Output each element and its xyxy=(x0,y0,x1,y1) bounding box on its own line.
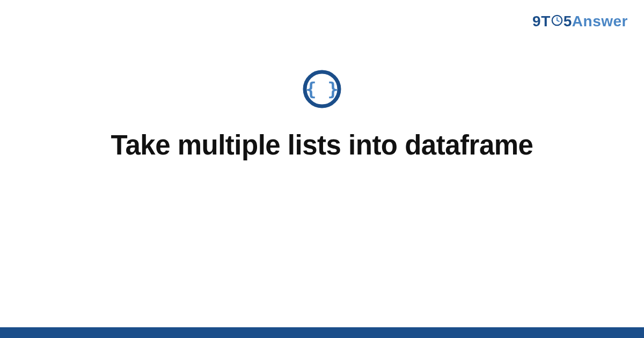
site-logo: 9T 5 Answer xyxy=(532,13,628,30)
svg-text:{ }: { } xyxy=(305,78,338,100)
code-braces-icon: { } xyxy=(303,70,341,108)
footer-bar xyxy=(0,327,644,338)
svg-line-2 xyxy=(557,20,559,21)
logo-text-9t: 9T xyxy=(532,13,551,30)
logo-text-5: 5 xyxy=(564,13,572,30)
clock-icon xyxy=(551,14,563,26)
page-title: Take multiple lists into dataframe xyxy=(111,129,533,161)
logo-text-answer: Answer xyxy=(572,13,628,30)
main-content: { } Take multiple lists into dataframe xyxy=(0,70,644,161)
